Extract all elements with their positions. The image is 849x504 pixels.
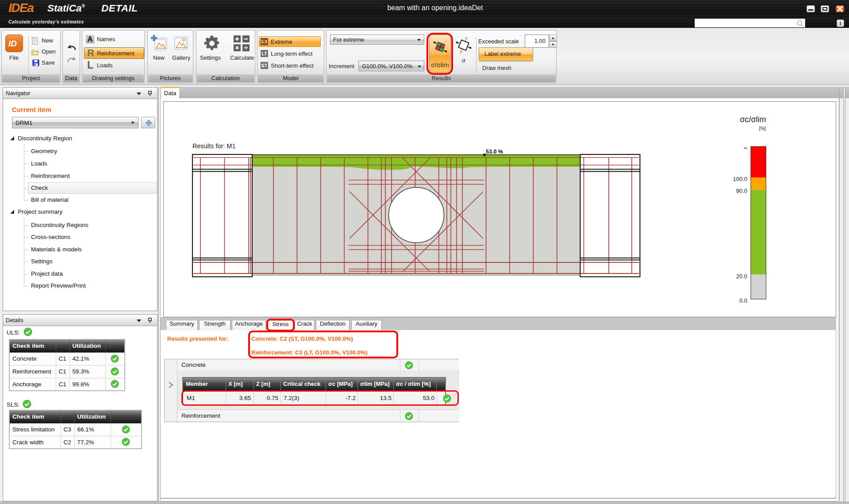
svg-text:∞: ∞	[744, 145, 747, 150]
svg-text:0.0: 0.0	[739, 297, 747, 304]
svg-text:[%]: [%]	[759, 126, 766, 131]
svg-text:20.0: 20.0	[736, 273, 747, 280]
svg-text:100.0: 100.0	[733, 176, 747, 182]
svg-text:Results for: M1: Results for: M1	[192, 142, 236, 150]
svg-text:σc/σlim: σc/σlim	[740, 115, 766, 124]
svg-text:53.0 %: 53.0 %	[486, 149, 503, 155]
svg-text:90.0: 90.0	[736, 188, 747, 194]
